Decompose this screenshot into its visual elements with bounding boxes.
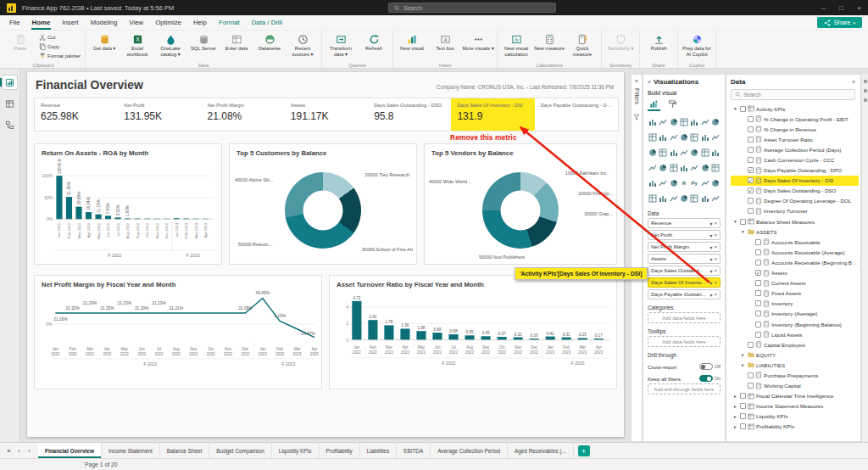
field-well-net-profit-margin[interactable]: Net Profit Margin▾× <box>648 242 721 252</box>
enter-data-button[interactable]: Enter data <box>220 31 253 52</box>
field-item-activity-kpis[interactable]: ▾Activity KPIs <box>731 104 859 114</box>
format-painter-button[interactable]: Format painter <box>37 52 82 60</box>
kpi-card-days-payable-outstanding-dpo[interactable]: Days Payable Outstanding - DPO <box>535 98 618 131</box>
field-well-net-profit[interactable]: Net Profit▾× <box>648 230 721 240</box>
checkbox[interactable] <box>740 393 746 399</box>
chevron-down-icon[interactable]: ▾ <box>709 256 712 262</box>
field-item-capital-employed[interactable]: Capital Employed <box>731 339 859 350</box>
cross-report-toggle[interactable] <box>699 363 713 370</box>
field-item-inventory-beginning-balance[interactable]: Inventory (Beginning Balance) <box>731 319 859 329</box>
ribbon-tab-data-drill[interactable]: Data / Drill <box>246 15 288 31</box>
chevron-down-icon[interactable]: ▾ <box>709 244 712 250</box>
checkbox[interactable] <box>755 260 761 266</box>
share-button[interactable]: Share ▾ <box>817 17 862 28</box>
donut-ring[interactable] <box>482 172 559 249</box>
next-page-icon[interactable]: › <box>25 447 34 455</box>
visual-type-q-and-a[interactable] <box>648 191 658 205</box>
build-visual-tab[interactable] <box>648 98 660 111</box>
field-item-days-sales-outstanding-dso[interactable]: ✓Days Sales Outstanding - DSO <box>731 186 859 196</box>
minimize-icon[interactable]: – <box>815 0 832 15</box>
visual-type-filled-map[interactable] <box>699 145 709 159</box>
field-item-purchase-prepayments[interactable]: Purchase Prepayments <box>731 370 859 380</box>
field-well-days-sales-outstand[interactable]: Days Sales Outstand...▾× <box>648 266 721 276</box>
visual-type-gauge[interactable] <box>658 160 668 175</box>
visual-type-kpi[interactable] <box>699 160 709 175</box>
kpi-strip-visual[interactable]: Revenue625.98KNet Profit131.95KNet Profi… <box>34 98 619 131</box>
checkbox[interactable] <box>748 342 754 348</box>
new-page-button[interactable]: + <box>578 445 590 456</box>
visual-type-azure-map[interactable] <box>648 160 658 175</box>
kpi-card-net-profit[interactable]: Net Profit131.95K <box>118 98 201 131</box>
remove-field-icon[interactable]: × <box>714 292 717 297</box>
field-item-liabilities[interactable]: ▸LIABILITIES <box>731 360 859 370</box>
checkbox[interactable] <box>748 157 754 163</box>
visual-type-power-automate[interactable] <box>710 191 721 205</box>
checkbox[interactable] <box>748 137 754 143</box>
field-item-days-payable-outstanding-dpo[interactable]: ✓Days Payable Outstanding - DPO <box>731 165 859 176</box>
checkbox[interactable] <box>755 280 761 286</box>
field-item-income-statement-measures[interactable]: ▸Income Statement Measures <box>731 401 859 411</box>
previous-page-icon[interactable]: ‹ <box>14 447 24 455</box>
kpi-card-assets[interactable]: Assets191.17K <box>285 98 368 131</box>
field-item-liquid-assets[interactable]: Liquid Assets <box>731 329 859 339</box>
visual-type-metrics[interactable] <box>669 191 679 205</box>
collapse-icon[interactable]: ▾ <box>732 106 738 111</box>
page-list-icon[interactable]: ≡ <box>4 447 14 455</box>
page-tab-liquidity-kpis[interactable]: Liquidity KPIs <box>272 443 320 458</box>
ribbon-tab-format[interactable]: Format <box>213 15 246 31</box>
checkbox[interactable] <box>755 290 761 296</box>
field-item-equity[interactable]: ▸EQUITY <box>731 350 859 360</box>
dataverse-button[interactable]: Dataverse <box>253 31 286 52</box>
field-well-days-sales-of-invento[interactable]: Days Sales Of Invento...▾× <box>648 277 721 288</box>
global-search-input[interactable]: Search <box>388 3 556 13</box>
visual-type-funnel-chart[interactable] <box>710 130 721 144</box>
prep-data-for-ai-copilot-button[interactable]: Prep data for AI Copilot <box>681 31 713 57</box>
publish-button[interactable]: Publish <box>643 31 675 52</box>
visual-type-python-visual[interactable]: Py <box>689 176 699 190</box>
visual-type-key-influencers[interactable] <box>699 176 709 190</box>
expand-icon[interactable]: ▸ <box>732 394 738 399</box>
visual-type-power-apps[interactable] <box>699 191 709 205</box>
tooltips-drop-area[interactable]: Add data fields here <box>648 336 721 347</box>
chevron-down-icon[interactable]: ▾ <box>709 292 712 298</box>
kpi-card-days-sales-of-inventory-dsi[interactable]: Days Sales Of Inventory - DSI131.9 <box>451 98 534 131</box>
ribbon-tab-optimize[interactable]: Optimize <box>149 15 187 31</box>
checkbox[interactable] <box>740 413 746 419</box>
remove-field-icon[interactable]: × <box>714 221 717 226</box>
checkbox[interactable] <box>748 372 754 378</box>
field-item-inventory-average[interactable]: Inventory (Average) <box>731 309 859 319</box>
model-view-icon[interactable] <box>3 118 17 131</box>
page-tab-budget-comparison[interactable]: Budget Comparison <box>209 443 271 458</box>
field-item-days-sales-of-inventory-dsi[interactable]: ✓Days Sales Of Inventory - DSI <box>731 176 859 186</box>
page-tab-liabilities[interactable]: Liabilities <box>360 443 397 458</box>
onelake-catalog-button[interactable]: OneLake catalog ▾ <box>154 31 186 57</box>
visual-type-table[interactable] <box>658 176 668 190</box>
format-visual-tab[interactable] <box>666 98 679 111</box>
field-item-assets[interactable]: ✓Assets <box>731 268 859 278</box>
checkbox[interactable] <box>748 208 754 214</box>
field-item-profitability-kpis[interactable]: ▸Profitability KPIs <box>731 422 859 432</box>
collapse-icon[interactable]: ▾ <box>732 219 738 224</box>
asset-turnover-card[interactable]: Asset Turnover Ratio by Fiscal Year and … <box>329 275 617 389</box>
checkbox[interactable]: ✓ <box>755 270 761 276</box>
expand-icon[interactable]: ▸ <box>732 404 738 409</box>
ribbon-tab-help[interactable]: Help <box>187 15 213 31</box>
field-item-asset-turnover-ratio[interactable]: Asset Turnover Ratio <box>731 134 859 144</box>
field-item-current-assets[interactable]: Current Assets <box>731 278 859 288</box>
quick-measure-button[interactable]: Quick measure <box>566 31 598 57</box>
net-profit-margin-card[interactable]: Net Profit Margin by Fiscal Year and Mon… <box>34 275 322 389</box>
visual-type-new-slicer[interactable] <box>648 176 658 190</box>
transform-data-button[interactable]: Transform data ▾ <box>325 31 357 57</box>
close-icon[interactable]: × <box>850 0 868 15</box>
chevron-down-icon[interactable]: ▾ <box>709 280 712 286</box>
collapse-pane-icon[interactable]: » <box>852 79 855 85</box>
field-item-balance-sheet-measures[interactable]: ▾Balance Sheet Measures <box>731 216 859 227</box>
visual-type-arcgis-map[interactable] <box>689 191 699 205</box>
visual-type-map[interactable] <box>689 145 699 159</box>
checkbox[interactable] <box>755 300 761 306</box>
ribbon-tab-file[interactable]: File <box>3 15 26 31</box>
new-measure-button[interactable]: New measure <box>533 31 565 52</box>
visual-type-stacked-bar-chart[interactable] <box>648 115 658 129</box>
chevron-down-icon[interactable]: ▾ <box>709 221 712 227</box>
report-view-icon[interactable] <box>3 76 17 89</box>
